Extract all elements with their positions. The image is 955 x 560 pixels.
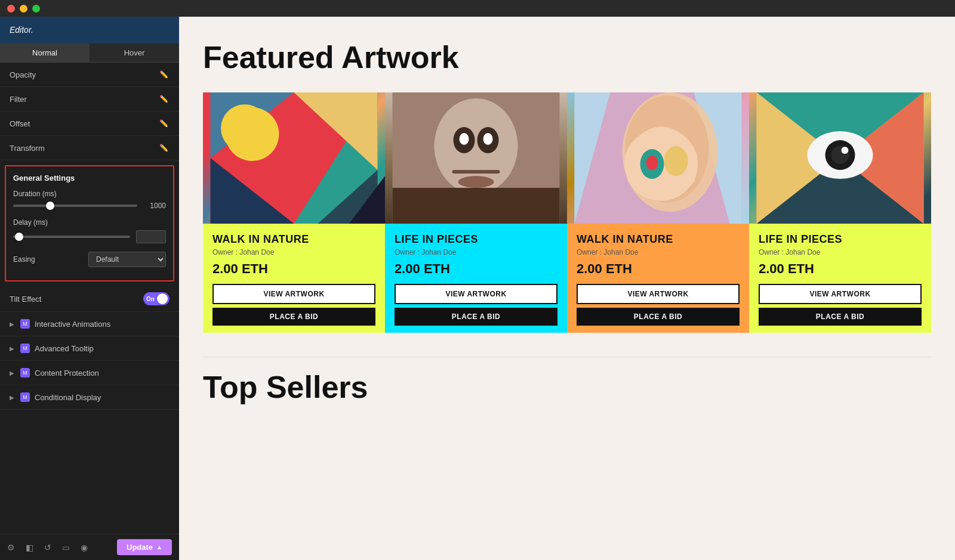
art-card-2: LIFE IN PIECES Owner : Johan Doe 2.00 ET… <box>385 92 567 333</box>
card-title-4: LIFE IN PIECES <box>759 233 922 246</box>
prop-transform: Transform ✏️ <box>0 136 179 160</box>
content-protection-header[interactable]: ▶ M Content Protection <box>0 361 179 385</box>
state-tabs: Normal Hover <box>0 44 179 63</box>
interactive-animations-header[interactable]: ▶ M Interactive Animations <box>0 312 179 336</box>
toggle-on-text: On <box>146 296 155 302</box>
fullscreen-button[interactable] <box>32 5 40 13</box>
svg-point-11 <box>460 133 469 145</box>
card-price-3: 2.00 ETH <box>577 261 740 277</box>
card-image-2 <box>385 92 567 224</box>
duration-slider[interactable] <box>13 205 137 207</box>
delay-thumb[interactable] <box>15 233 23 241</box>
layers-icon[interactable]: ◧ <box>26 543 33 552</box>
toolbar-icons: ⚙ ◧ ↺ ▭ ◉ <box>7 543 88 552</box>
general-settings-box: General Settings Duration (ms) 1000 Dela… <box>5 165 174 281</box>
transform-edit-icon[interactable]: ✏️ <box>158 142 170 154</box>
offset-edit-icon[interactable]: ✏️ <box>158 117 170 129</box>
chevron-right-icon-3: ▶ <box>10 370 14 376</box>
editor-header: Editor. <box>0 17 179 44</box>
delay-slider[interactable] <box>13 236 130 238</box>
card-owner-2: Owner : Johan Doe <box>395 248 557 256</box>
main-content: Featured Artwork <box>179 17 955 560</box>
duration-slider-row: 1000 <box>13 202 166 210</box>
card-price-4: 2.00 ETH <box>759 261 922 277</box>
duration-thumb[interactable] <box>46 202 54 210</box>
minimize-button[interactable] <box>20 5 27 13</box>
prop-filter: Filter ✏️ <box>0 87 179 112</box>
content-protection-icon: M <box>20 368 30 378</box>
place-bid-btn-2[interactable]: PLACE A BID <box>395 308 557 326</box>
svg-point-22 <box>664 146 688 176</box>
sidebar: Editor. Normal Hover Opacity ✏️ Filter ✏… <box>0 17 179 560</box>
conditional-display-header[interactable]: ▶ M Conditional Display <box>0 385 179 409</box>
gear-icon[interactable]: ⚙ <box>7 543 15 552</box>
opacity-edit-icon[interactable]: ✏️ <box>158 69 170 81</box>
artwork-svg-3 <box>567 92 749 224</box>
eye-icon[interactable]: ◉ <box>81 543 88 552</box>
duration-label: Duration (ms) <box>13 190 166 198</box>
svg-rect-15 <box>393 188 560 224</box>
view-artwork-btn-2[interactable]: VIEW ARTWORK <box>395 284 557 304</box>
card-body-3: WALK IN NATURE Owner : Johan Doe 2.00 ET… <box>567 224 749 333</box>
card-owner-3: Owner : Johan Doe <box>577 248 740 256</box>
interactive-animations-label: Interactive Animations <box>35 320 110 329</box>
card-body-1: WALK IN NATURE Owner : Johan Doe 2.00 ET… <box>203 224 385 333</box>
chevron-right-icon-2: ▶ <box>10 345 14 352</box>
place-bid-btn-4[interactable]: PLACE A BID <box>759 308 922 326</box>
tilt-label: Tilt Effect <box>10 295 41 304</box>
tab-hover[interactable]: Hover <box>90 44 179 62</box>
device-icon[interactable]: ▭ <box>62 543 70 552</box>
art-card-1: WALK IN NATURE Owner : Johan Doe 2.00 ET… <box>203 92 385 333</box>
general-settings-title: General Settings <box>13 174 166 182</box>
conditional-display-section: ▶ M Conditional Display <box>0 385 179 410</box>
delay-value-input[interactable] <box>136 230 166 243</box>
artwork-svg-2 <box>385 92 567 224</box>
card-image-1 <box>203 92 385 224</box>
duration-setting: Duration (ms) 1000 <box>13 190 166 210</box>
close-button[interactable] <box>7 5 15 13</box>
chevron-right-icon-4: ▶ <box>10 394 14 401</box>
tilt-toggle[interactable]: On <box>143 292 170 305</box>
tab-normal[interactable]: Normal <box>0 44 90 62</box>
svg-point-12 <box>483 133 493 145</box>
card-owner-1: Owner : Johan Doe <box>212 248 375 256</box>
view-artwork-btn-4[interactable]: VIEW ARTWORK <box>759 284 922 304</box>
place-bid-btn-3[interactable]: PLACE A BID <box>577 308 740 326</box>
svg-point-4 <box>226 107 279 161</box>
section-divider <box>203 357 931 357</box>
delay-label: Delay (ms) <box>13 218 166 227</box>
svg-point-32 <box>842 147 849 154</box>
card-body-4: LIFE IN PIECES Owner : Johan Doe 2.00 ET… <box>749 224 931 333</box>
advanced-tooltip-section: ▶ M Advanced Tooltip <box>0 336 179 361</box>
content-page: Featured Artwork <box>179 17 955 560</box>
filter-edit-icon[interactable]: ✏️ <box>158 93 170 105</box>
view-artwork-btn-1[interactable]: VIEW ARTWORK <box>212 284 375 304</box>
advanced-tooltip-header[interactable]: ▶ M Advanced Tooltip <box>0 336 179 360</box>
bottom-toolbar: ⚙ ◧ ↺ ▭ ◉ Update ▲ <box>0 534 179 560</box>
easing-setting: Easing Default Linear Ease In Ease Out E… <box>13 252 166 267</box>
tilt-effect-row: Tilt Effect On <box>0 286 179 312</box>
place-bid-btn-1[interactable]: PLACE A BID <box>212 308 375 326</box>
card-price-1: 2.00 ETH <box>212 261 375 277</box>
toggle-knob <box>157 293 168 304</box>
update-button[interactable]: Update ▲ <box>117 539 172 555</box>
svg-point-14 <box>458 176 494 188</box>
card-image-3 <box>567 92 749 224</box>
card-title-1: WALK IN NATURE <box>212 233 375 246</box>
card-title-2: LIFE IN PIECES <box>395 233 557 246</box>
interactive-animations-icon: M <box>20 319 30 329</box>
conditional-display-label: Conditional Display <box>35 393 101 402</box>
advanced-tooltip-icon: M <box>20 344 30 353</box>
chevron-right-icon: ▶ <box>10 321 14 327</box>
prop-offset: Offset ✏️ <box>0 112 179 136</box>
advanced-tooltip-label: Advanced Tooltip <box>35 344 94 353</box>
featured-title: Featured Artwork <box>203 41 931 75</box>
content-protection-section: ▶ M Content Protection <box>0 361 179 385</box>
delay-setting: Delay (ms) <box>13 218 166 243</box>
history-icon[interactable]: ↺ <box>44 543 51 552</box>
svg-point-23 <box>646 156 658 170</box>
card-owner-4: Owner : Johan Doe <box>759 248 922 256</box>
content-protection-label: Content Protection <box>35 369 99 378</box>
view-artwork-btn-3[interactable]: VIEW ARTWORK <box>577 284 740 304</box>
easing-select[interactable]: Default Linear Ease In Ease Out Ease In … <box>88 252 166 267</box>
